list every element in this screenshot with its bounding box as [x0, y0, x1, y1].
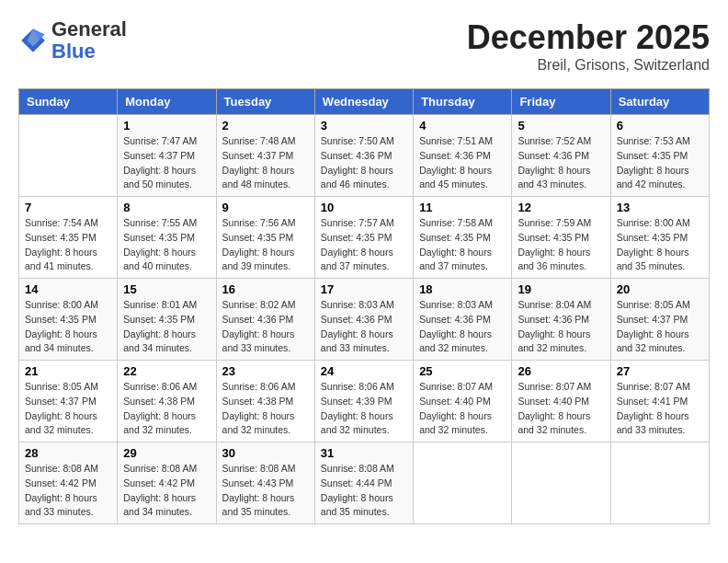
day-info: Sunrise: 8:01 AMSunset: 4:35 PMDaylight:…: [123, 298, 210, 356]
calendar-cell: 2Sunrise: 7:48 AMSunset: 4:37 PMDaylight…: [216, 115, 314, 197]
calendar-week-2: 7Sunrise: 7:54 AMSunset: 4:35 PMDaylight…: [19, 197, 710, 279]
day-info: Sunrise: 8:06 AMSunset: 4:39 PMDaylight:…: [321, 380, 407, 438]
day-info: Sunrise: 8:06 AMSunset: 4:38 PMDaylight:…: [123, 380, 210, 438]
day-info: Sunrise: 8:05 AMSunset: 4:37 PMDaylight:…: [25, 380, 111, 438]
calendar-cell: 19Sunrise: 8:04 AMSunset: 4:36 PMDayligh…: [512, 279, 610, 361]
calendar-header: SundayMondayTuesdayWednesdayThursdayFrid…: [19, 89, 710, 115]
day-info: Sunrise: 8:06 AMSunset: 4:38 PMDaylight:…: [222, 380, 309, 438]
calendar-body: 1Sunrise: 7:47 AMSunset: 4:37 PMDaylight…: [19, 115, 710, 524]
day-number: 24: [321, 364, 407, 378]
calendar-title: December 2025: [467, 18, 710, 57]
day-number: 1: [123, 119, 210, 132]
page-header: General Blue December 2025 Breil, Grison…: [18, 18, 710, 74]
day-number: 7: [25, 201, 111, 214]
day-info: Sunrise: 8:08 AMSunset: 4:42 PMDaylight:…: [123, 462, 210, 520]
calendar-cell: 30Sunrise: 8:08 AMSunset: 4:43 PMDayligh…: [216, 442, 314, 524]
day-info: Sunrise: 8:03 AMSunset: 4:36 PMDaylight:…: [419, 298, 506, 356]
header-cell-wednesday: Wednesday: [314, 89, 413, 115]
day-number: 23: [222, 364, 309, 378]
calendar-cell: 7Sunrise: 7:54 AMSunset: 4:35 PMDaylight…: [19, 197, 118, 279]
day-info: Sunrise: 7:56 AMSunset: 4:35 PMDaylight:…: [222, 216, 309, 274]
day-number: 8: [123, 201, 210, 214]
day-number: 14: [25, 282, 111, 296]
day-number: 12: [518, 201, 604, 214]
day-info: Sunrise: 7:54 AMSunset: 4:35 PMDaylight:…: [25, 216, 111, 274]
day-info: Sunrise: 8:02 AMSunset: 4:36 PMDaylight:…: [222, 298, 309, 356]
calendar-cell: 18Sunrise: 8:03 AMSunset: 4:36 PMDayligh…: [414, 279, 512, 361]
calendar-cell: 31Sunrise: 8:08 AMSunset: 4:44 PMDayligh…: [314, 442, 413, 524]
calendar-cell: [610, 442, 709, 524]
day-info: Sunrise: 7:57 AMSunset: 4:35 PMDaylight:…: [321, 216, 407, 274]
calendar-cell: 28Sunrise: 8:08 AMSunset: 4:42 PMDayligh…: [19, 442, 118, 524]
calendar-cell: 15Sunrise: 8:01 AMSunset: 4:35 PMDayligh…: [118, 279, 216, 361]
header-cell-saturday: Saturday: [610, 89, 709, 115]
day-number: 6: [617, 119, 703, 132]
day-info: Sunrise: 8:08 AMSunset: 4:44 PMDaylight:…: [321, 462, 407, 520]
day-number: 4: [419, 119, 506, 132]
day-info: Sunrise: 8:00 AMSunset: 4:35 PMDaylight:…: [25, 298, 111, 356]
day-info: Sunrise: 7:58 AMSunset: 4:35 PMDaylight:…: [419, 216, 506, 274]
day-info: Sunrise: 7:59 AMSunset: 4:35 PMDaylight:…: [518, 216, 604, 274]
day-info: Sunrise: 7:55 AMSunset: 4:35 PMDaylight:…: [123, 216, 210, 274]
calendar-cell: 3Sunrise: 7:50 AMSunset: 4:36 PMDaylight…: [314, 115, 413, 197]
day-info: Sunrise: 8:00 AMSunset: 4:35 PMDaylight:…: [617, 216, 703, 274]
logo-blue: Blue: [51, 40, 96, 63]
calendar-cell: 6Sunrise: 7:53 AMSunset: 4:35 PMDaylight…: [610, 115, 709, 197]
logo-general: General: [51, 17, 127, 40]
day-info: Sunrise: 8:03 AMSunset: 4:36 PMDaylight:…: [321, 298, 407, 356]
day-info: Sunrise: 8:07 AMSunset: 4:41 PMDaylight:…: [617, 380, 703, 438]
header-cell-tuesday: Tuesday: [216, 89, 314, 115]
day-number: 26: [518, 364, 604, 378]
day-number: 15: [123, 282, 210, 296]
calendar-cell: 14Sunrise: 8:00 AMSunset: 4:35 PMDayligh…: [19, 279, 118, 361]
day-info: Sunrise: 8:08 AMSunset: 4:43 PMDaylight:…: [222, 462, 309, 520]
calendar-cell: 4Sunrise: 7:51 AMSunset: 4:36 PMDaylight…: [414, 115, 512, 197]
calendar-cell: 20Sunrise: 8:05 AMSunset: 4:37 PMDayligh…: [610, 279, 709, 361]
calendar-cell: 27Sunrise: 8:07 AMSunset: 4:41 PMDayligh…: [610, 361, 709, 442]
day-info: Sunrise: 7:50 AMSunset: 4:36 PMDaylight:…: [321, 134, 407, 192]
day-info: Sunrise: 8:07 AMSunset: 4:40 PMDaylight:…: [419, 380, 506, 438]
day-number: 2: [222, 119, 309, 132]
calendar-table: SundayMondayTuesdayWednesdayThursdayFrid…: [18, 88, 710, 524]
logo-text: General Blue: [51, 18, 127, 63]
day-number: 19: [518, 282, 604, 296]
calendar-cell: 22Sunrise: 8:06 AMSunset: 4:38 PMDayligh…: [118, 361, 216, 442]
day-number: 21: [25, 364, 111, 378]
header-cell-friday: Friday: [512, 89, 610, 115]
day-info: Sunrise: 7:48 AMSunset: 4:37 PMDaylight:…: [222, 134, 309, 192]
day-number: 5: [518, 119, 604, 132]
calendar-week-5: 28Sunrise: 8:08 AMSunset: 4:42 PMDayligh…: [19, 442, 710, 524]
header-cell-monday: Monday: [118, 89, 216, 115]
calendar-cell: 16Sunrise: 8:02 AMSunset: 4:36 PMDayligh…: [216, 279, 314, 361]
calendar-cell: 8Sunrise: 7:55 AMSunset: 4:35 PMDaylight…: [118, 197, 216, 279]
day-number: 30: [222, 446, 309, 460]
calendar-cell: 29Sunrise: 8:08 AMSunset: 4:42 PMDayligh…: [118, 442, 216, 524]
calendar-week-4: 21Sunrise: 8:05 AMSunset: 4:37 PMDayligh…: [19, 361, 710, 442]
calendar-cell: [414, 442, 512, 524]
day-number: 25: [419, 364, 506, 378]
day-number: 9: [222, 201, 309, 214]
day-info: Sunrise: 7:51 AMSunset: 4:36 PMDaylight:…: [419, 134, 506, 192]
day-info: Sunrise: 8:05 AMSunset: 4:37 PMDaylight:…: [617, 298, 703, 356]
header-cell-thursday: Thursday: [414, 89, 512, 115]
calendar-cell: 5Sunrise: 7:52 AMSunset: 4:36 PMDaylight…: [512, 115, 610, 197]
calendar-cell: 12Sunrise: 7:59 AMSunset: 4:35 PMDayligh…: [512, 197, 610, 279]
calendar-cell: 1Sunrise: 7:47 AMSunset: 4:37 PMDaylight…: [118, 115, 216, 197]
logo: General Blue: [18, 18, 127, 63]
calendar-week-3: 14Sunrise: 8:00 AMSunset: 4:35 PMDayligh…: [19, 279, 710, 361]
day-number: 29: [123, 446, 210, 460]
calendar-cell: 11Sunrise: 7:58 AMSunset: 4:35 PMDayligh…: [414, 197, 512, 279]
day-number: 10: [321, 201, 407, 214]
calendar-cell: 17Sunrise: 8:03 AMSunset: 4:36 PMDayligh…: [314, 279, 413, 361]
calendar-cell: 9Sunrise: 7:56 AMSunset: 4:35 PMDaylight…: [216, 197, 314, 279]
day-number: 27: [617, 364, 703, 378]
calendar-cell: [19, 115, 118, 197]
calendar-cell: 10Sunrise: 7:57 AMSunset: 4:35 PMDayligh…: [314, 197, 413, 279]
calendar-cell: [512, 442, 610, 524]
day-number: 11: [419, 201, 506, 214]
day-number: 20: [617, 282, 703, 296]
day-number: 17: [321, 282, 407, 296]
day-info: Sunrise: 8:07 AMSunset: 4:40 PMDaylight:…: [518, 380, 604, 438]
header-cell-sunday: Sunday: [19, 89, 118, 115]
calendar-cell: 25Sunrise: 8:07 AMSunset: 4:40 PMDayligh…: [414, 361, 512, 442]
